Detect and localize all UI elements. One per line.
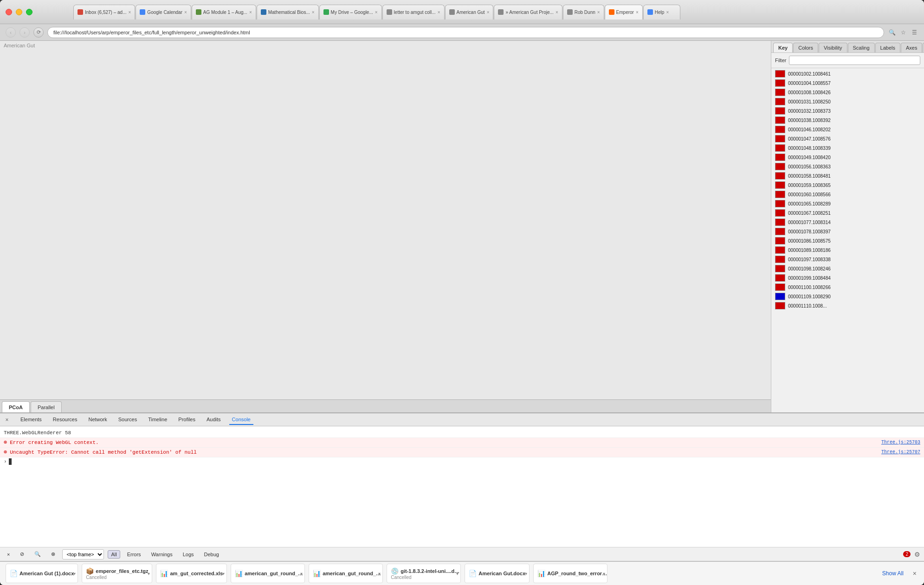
filter-warnings-btn[interactable]: Warnings [148, 550, 176, 559]
download-item-2[interactable]: 📊 am_gut_corrected.xls ▾ [156, 564, 227, 583]
key-item-16[interactable]: 000001077.1008314 [771, 218, 924, 227]
tab-letter[interactable]: letter to amgut coll... × [382, 5, 445, 19]
filter-debug-btn[interactable]: Debug [201, 550, 222, 559]
filter-logs-btn[interactable]: Logs [180, 550, 197, 559]
right-tab-visibility[interactable]: Visibility [819, 43, 847, 52]
key-item-22[interactable]: 000001099.1008484 [771, 273, 924, 283]
devtools-tab-sources[interactable]: Sources [116, 415, 140, 425]
key-item-23[interactable]: 000001100.1008266 [771, 283, 924, 292]
devtools-close-button[interactable]: × [4, 417, 10, 423]
key-item-5[interactable]: 000001038.1008392 [771, 116, 924, 125]
close-gut-tab[interactable]: × [487, 10, 490, 15]
bookmark-icon[interactable]: ☆ [899, 28, 907, 37]
tab-gmail[interactable]: Inbox (6,527) – ad... × [73, 5, 135, 19]
devtools-tab-audits[interactable]: Audits [204, 415, 224, 425]
key-item-20[interactable]: 000001097.1008338 [771, 255, 924, 264]
reload-button[interactable]: ⟳ [33, 27, 44, 38]
key-item-1[interactable]: 000001004.1008557 [771, 78, 924, 88]
key-item-8[interactable]: 000001048.1008339 [771, 143, 924, 153]
key-item-19[interactable]: 000001089.1008186 [771, 245, 924, 255]
key-item-21[interactable]: 000001098.1008246 [771, 264, 924, 273]
tab-agp[interactable]: » American Gut Proje... × [494, 5, 562, 19]
tab-gcal[interactable]: Google Calendar × [136, 5, 191, 19]
menu-icon[interactable]: ☰ [910, 28, 918, 37]
right-tab-labels[interactable]: Labels [875, 43, 900, 52]
right-tab-axes[interactable]: Axes [901, 43, 922, 52]
devtools-tab-elements[interactable]: Elements [18, 415, 45, 425]
tab-pcoa[interactable]: PCoA [2, 401, 30, 412]
search-icon[interactable]: 🔍 [888, 28, 896, 37]
frame-select[interactable]: <top frame> [62, 549, 104, 559]
devtools-tab-profiles[interactable]: Profiles [175, 415, 198, 425]
devtools-tab-resources[interactable]: Resources [50, 415, 80, 425]
key-item-0[interactable]: 000001002.1008461 [771, 69, 924, 78]
devtools-search-btn[interactable]: 🔍 [31, 550, 44, 559]
key-item-10[interactable]: 000001056.1008363 [771, 162, 924, 171]
key-item-3[interactable]: 000001031.1008250 [771, 97, 924, 106]
close-window-button[interactable] [6, 9, 12, 15]
tab-parallel[interactable]: Parallel [31, 401, 62, 412]
devtools-tab-network[interactable]: Network [85, 415, 110, 425]
key-item-25[interactable]: 000001110.1008... [771, 301, 924, 310]
download-item-6[interactable]: 📄 American Gut.docx ▾ [465, 564, 530, 583]
maximize-window-button[interactable] [26, 9, 32, 15]
download-chevron-6[interactable]: ▾ [525, 571, 527, 576]
close-letter-tab[interactable]: × [438, 10, 440, 15]
tab-emperor[interactable]: Emperor × [605, 5, 643, 19]
right-tab-colors[interactable]: Colors [793, 43, 818, 52]
key-item-14[interactable]: 000001065.1008289 [771, 199, 924, 208]
error-line-num-2[interactable]: Three.js:25707 [881, 448, 920, 456]
download-chevron-0[interactable]: ▾ [73, 571, 76, 576]
download-item-7[interactable]: 📊 AGP_round_two_errors.xls ▾ [533, 564, 607, 583]
key-item-6[interactable]: 000001046.1008202 [771, 125, 924, 134]
key-item-11[interactable]: 000001058.1008481 [771, 171, 924, 180]
download-item-5[interactable]: 💿 git-1.8.3.2-intel-uni....dmg Cancelled… [387, 564, 461, 583]
close-ag-tab[interactable]: × [249, 10, 252, 15]
key-item-4[interactable]: 000001032.1008373 [771, 106, 924, 116]
close-help-tab[interactable]: × [666, 10, 669, 15]
forward-button[interactable]: › [19, 27, 30, 38]
download-item-1[interactable]: 📦 emperor_files_etc.tgz Cancelled ▾ [82, 564, 152, 583]
filter-all-btn[interactable]: All [108, 550, 120, 559]
key-item-2[interactable]: 000001008.1008426 [771, 88, 924, 97]
key-item-9[interactable]: 000001049.1008420 [771, 153, 924, 162]
show-all-button[interactable]: Show All [879, 568, 907, 579]
download-chevron-2[interactable]: ▾ [222, 571, 225, 576]
url-bar[interactable]: file:///localhost/Users/arp/emperor_file… [47, 27, 884, 38]
download-item-3[interactable]: 📊 american_gut_round_1.xls ▾ [231, 564, 305, 583]
key-item-12[interactable]: 000001059.1008365 [771, 180, 924, 190]
close-bio-tab[interactable]: × [312, 10, 315, 15]
download-chevron-3[interactable]: ▾ [300, 571, 303, 576]
close-emperor-tab[interactable]: × [636, 10, 639, 15]
close-drive-tab[interactable]: × [375, 10, 378, 15]
tab-gut[interactable]: American Gut × [445, 5, 494, 19]
download-item-4[interactable]: 📊 american_gut_round_2.xls ▾ [309, 564, 383, 583]
key-list[interactable]: 000001002.1008461000001004.1008557000001… [771, 68, 924, 412]
key-item-7[interactable]: 000001047.1008576 [771, 134, 924, 143]
key-item-24[interactable]: 000001109.1008290 [771, 292, 924, 301]
download-chevron-5[interactable]: ▾ [456, 571, 459, 576]
tab-help[interactable]: Help × [643, 5, 680, 19]
devtools-tab-console[interactable]: Console [229, 415, 253, 425]
close-downloads-button[interactable]: × [911, 568, 918, 579]
download-chevron-1[interactable]: ▾ [148, 571, 150, 576]
devtools-console-close[interactable]: × [4, 550, 13, 559]
error-line-num-1[interactable]: Three.js:25703 [881, 438, 920, 447]
close-gmail-tab[interactable]: × [129, 10, 131, 15]
key-item-13[interactable]: 000001060.1008566 [771, 190, 924, 199]
key-item-17[interactable]: 000001078.1008397 [771, 227, 924, 236]
tab-ag-module[interactable]: AG Module 1 – Aug... × [192, 5, 256, 19]
download-chevron-4[interactable]: ▾ [378, 571, 381, 576]
console-settings-icon[interactable]: ⚙ [914, 551, 920, 558]
devtools-console-clear[interactable]: ⊘ [17, 550, 27, 559]
right-tab-key[interactable]: Key [773, 43, 793, 52]
close-agp-tab[interactable]: × [556, 10, 558, 15]
tab-dunn[interactable]: Rob Dunn × [563, 5, 604, 19]
minimize-window-button[interactable] [16, 9, 22, 15]
tab-drive[interactable]: My Drive – Google... × [319, 5, 382, 19]
viewport[interactable] [0, 50, 771, 399]
download-chevron-7[interactable]: ▾ [603, 571, 605, 576]
tab-bio[interactable]: Mathematical Bios... × [257, 5, 319, 19]
download-item-0[interactable]: 📄 American Gut (1).docx ▾ [6, 564, 78, 583]
key-item-18[interactable]: 000001086.1008575 [771, 236, 924, 245]
